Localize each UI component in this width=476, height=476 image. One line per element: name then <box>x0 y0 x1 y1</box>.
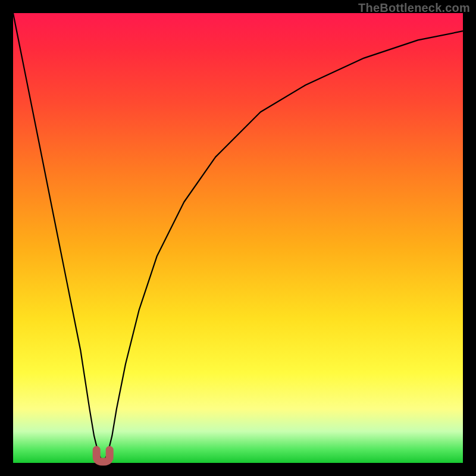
curve-svg <box>13 13 463 463</box>
minimum-marker <box>96 450 109 462</box>
plot-area <box>13 13 463 463</box>
chart-frame: TheBottleneck.com <box>0 0 476 476</box>
bottleneck-curve <box>13 13 463 463</box>
